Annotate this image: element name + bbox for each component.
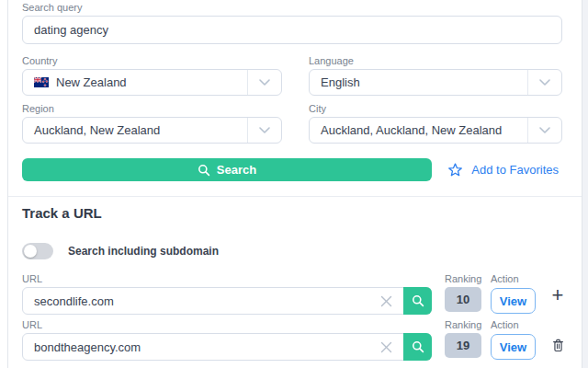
ranking-badge: 19 (445, 333, 481, 358)
clear-icon[interactable] (373, 287, 399, 315)
search-query-input[interactable] (22, 16, 562, 44)
url-search-button[interactable] (403, 333, 432, 361)
search-button-label: Search (217, 163, 256, 177)
url-label: URL (22, 273, 432, 285)
ranking-label: Ranking (445, 319, 481, 331)
language-select-value-wrap: English (310, 70, 527, 95)
search-form: Search query Country (22, 0, 562, 181)
country-value: New Zealand (56, 75, 127, 89)
url-field: URL (22, 273, 432, 315)
subdomain-toggle-knob (24, 245, 37, 258)
clear-icon[interactable] (373, 333, 399, 361)
language-label: Language (309, 55, 562, 67)
action-label: Action (491, 273, 536, 285)
url-search-button[interactable] (403, 287, 432, 315)
track-url-section: Track a URL Search including subdomain U… (22, 204, 577, 361)
url-row: URL Ranking 19 Action View (22, 319, 577, 361)
url-input[interactable] (22, 287, 432, 315)
country-select-value-wrap: New Zealand (23, 70, 247, 95)
ranking-field: Ranking 10 (445, 273, 481, 312)
action-label: Action (491, 319, 536, 331)
country-field: Country (22, 55, 282, 96)
city-field: City Auckland, Auckland, New Zealand (309, 103, 562, 144)
region-label: Region (22, 103, 282, 115)
language-select[interactable]: English (309, 69, 562, 96)
search-icon (198, 164, 210, 177)
language-value: English (321, 75, 360, 89)
ranking-badge: 10 (445, 287, 481, 312)
action-field: Action View (491, 273, 536, 314)
url-row: URL Ranking 10 Action View + (22, 273, 577, 315)
chevron-down-icon[interactable] (247, 118, 281, 143)
subdomain-toggle-label: Search including subdomain (68, 245, 219, 258)
view-button[interactable]: View (491, 334, 536, 360)
scrollbar-track[interactable] (582, 0, 588, 368)
url-label: URL (22, 319, 432, 331)
language-field: Language English (309, 55, 562, 96)
url-input[interactable] (22, 333, 432, 361)
add-row-icon: + (552, 285, 564, 305)
ranking-label: Ranking (445, 273, 481, 285)
action-field: Action View (491, 319, 536, 360)
track-url-heading: Track a URL (22, 204, 577, 222)
add-to-favorites-link[interactable]: Add to Favorites (447, 162, 559, 178)
delete-row-icon (551, 338, 565, 353)
search-icon (412, 294, 424, 307)
search-icon (412, 340, 424, 353)
add-to-favorites-label: Add to Favorites (471, 163, 559, 177)
chevron-down-icon[interactable] (247, 70, 281, 95)
chevron-down-icon[interactable] (527, 118, 561, 143)
search-query-field: Search query (22, 0, 562, 44)
add-url-button[interactable]: + (549, 285, 566, 305)
city-select-value-wrap: Auckland, Auckland, New Zealand (310, 118, 527, 143)
favorite-star-icon (447, 162, 463, 178)
chevron-down-icon[interactable] (527, 70, 561, 95)
country-label: Country (22, 55, 282, 67)
subdomain-toggle[interactable] (22, 243, 53, 259)
url-field: URL (22, 319, 432, 361)
search-button[interactable]: Search (22, 158, 432, 181)
region-field: Region Auckland, New Zealand (22, 103, 282, 144)
search-query-label: Search query (22, 2, 562, 14)
panel-left-border (7, 0, 8, 368)
city-value: Auckland, Auckland, New Zealand (321, 123, 502, 137)
region-select[interactable]: Auckland, New Zealand (22, 117, 282, 144)
delete-url-button[interactable] (549, 338, 566, 353)
new-zealand-flag-icon (34, 77, 49, 87)
view-button[interactable]: View (491, 288, 536, 314)
city-select[interactable]: Auckland, Auckland, New Zealand (309, 117, 562, 144)
region-select-value-wrap: Auckland, New Zealand (23, 118, 247, 143)
section-divider (8, 196, 582, 197)
country-select[interactable]: New Zealand (22, 69, 282, 96)
ranking-field: Ranking 19 (445, 319, 481, 358)
region-value: Auckland, New Zealand (34, 123, 160, 137)
city-label: City (309, 103, 562, 115)
